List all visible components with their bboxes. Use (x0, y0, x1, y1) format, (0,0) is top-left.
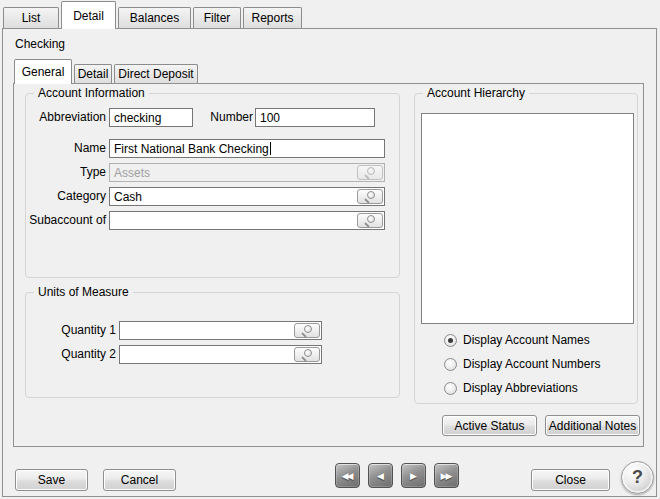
first-record-icon: ◀◀ (342, 471, 352, 481)
magnifier-icon (364, 191, 376, 203)
account-hierarchy-group: Account Hierarchy Display Account Names … (414, 93, 638, 404)
magnifier-icon (364, 167, 376, 179)
category-label: Category (26, 187, 106, 206)
quantity2-input[interactable] (119, 345, 322, 364)
help-button[interactable]: ? (621, 461, 654, 494)
name-value: First National Bank Checking (114, 142, 269, 156)
category-lookup-button[interactable] (357, 189, 383, 204)
active-status-label: Active Status (454, 419, 524, 433)
record-title: Checking (15, 37, 65, 51)
radio-display-account-names[interactable]: Display Account Names (444, 333, 590, 347)
quantity1-label: Quantity 1 (26, 321, 116, 340)
tab-filter[interactable]: Filter (193, 7, 241, 28)
subaccount-input[interactable] (109, 211, 385, 230)
subaccount-lookup-button[interactable] (357, 213, 383, 228)
help-icon: ? (632, 467, 643, 488)
subtab-detail[interactable]: Detail (74, 64, 112, 83)
type-lookup-button (357, 165, 383, 180)
radio-label: Display Abbreviations (463, 381, 578, 395)
magnifier-icon (364, 215, 376, 227)
next-record-icon: ▶ (410, 471, 415, 481)
quantity1-lookup-button[interactable] (294, 323, 320, 338)
tab-list[interactable]: List (3, 7, 59, 28)
type-value: Assets (114, 166, 150, 180)
quantity1-input[interactable] (119, 321, 322, 340)
quantity2-label: Quantity 2 (26, 345, 116, 364)
subtab-direct-deposit-label: Direct Deposit (118, 67, 193, 81)
previous-record-icon: ◀ (377, 471, 382, 481)
tab-reports-label: Reports (251, 11, 293, 25)
account-hierarchy-list[interactable] (421, 113, 634, 324)
subtab-direct-deposit[interactable]: Direct Deposit (114, 64, 198, 83)
tab-detail-label: Detail (73, 9, 104, 23)
radio-button-icon (444, 334, 457, 347)
radio-button-icon (444, 382, 457, 395)
additional-notes-label: Additional Notes (549, 419, 636, 433)
cancel-button[interactable]: Cancel (103, 469, 176, 491)
units-of-measure-group: Units of Measure Quantity 1 Quantity 2 (25, 292, 400, 398)
additional-notes-button[interactable]: Additional Notes (545, 415, 640, 436)
close-label: Close (555, 473, 586, 487)
category-input[interactable]: Cash (109, 187, 385, 206)
nav-last-button[interactable]: ▶▶ (434, 463, 459, 488)
last-record-icon: ▶▶ (441, 471, 451, 481)
active-status-button[interactable]: Active Status (442, 415, 537, 436)
save-label: Save (38, 473, 65, 487)
tab-list-label: List (22, 11, 41, 25)
tab-balances-label: Balances (130, 11, 179, 25)
radio-label: Display Account Numbers (463, 357, 600, 371)
nav-previous-button[interactable]: ◀ (368, 463, 393, 488)
account-information-group: Account Information Abbreviation checkin… (25, 93, 400, 278)
radio-button-icon (444, 358, 457, 371)
number-value: 100 (260, 111, 280, 125)
magnifier-icon (301, 349, 313, 361)
subtab-general-label: General (22, 65, 65, 79)
radio-label: Display Account Names (463, 333, 590, 347)
abbreviation-value: checking (114, 111, 161, 125)
application-window: List Detail Balances Filter Reports Chec… (0, 0, 660, 499)
account-information-legend: Account Information (34, 86, 149, 101)
type-input: Assets (109, 163, 385, 182)
magnifier-icon (301, 325, 313, 337)
tab-reports[interactable]: Reports (243, 7, 302, 28)
nav-next-button[interactable]: ▶ (401, 463, 426, 488)
units-of-measure-legend: Units of Measure (34, 285, 133, 300)
cancel-label: Cancel (121, 473, 158, 487)
name-input[interactable]: First National Bank Checking (109, 139, 385, 158)
tab-balances[interactable]: Balances (118, 7, 191, 28)
subtab-detail-label: Detail (78, 67, 109, 81)
radio-display-abbreviations[interactable]: Display Abbreviations (444, 381, 578, 395)
tab-detail[interactable]: Detail (61, 1, 116, 29)
tab-filter-label: Filter (204, 11, 231, 25)
subtab-general[interactable]: General (14, 59, 72, 84)
category-value: Cash (114, 190, 142, 204)
number-input[interactable]: 100 (255, 108, 375, 127)
number-label: Number (176, 108, 253, 127)
close-button[interactable]: Close (531, 469, 610, 491)
nav-first-button[interactable]: ◀◀ (335, 463, 360, 488)
account-hierarchy-legend: Account Hierarchy (423, 86, 529, 101)
name-label: Name (26, 139, 106, 158)
text-caret (270, 142, 271, 155)
radio-display-account-numbers[interactable]: Display Account Numbers (444, 357, 600, 371)
save-button[interactable]: Save (15, 469, 88, 491)
abbreviation-label: Abbreviation (26, 108, 106, 127)
subaccount-label: Subaccount of (26, 211, 106, 230)
type-label: Type (26, 163, 106, 182)
quantity2-lookup-button[interactable] (294, 347, 320, 362)
